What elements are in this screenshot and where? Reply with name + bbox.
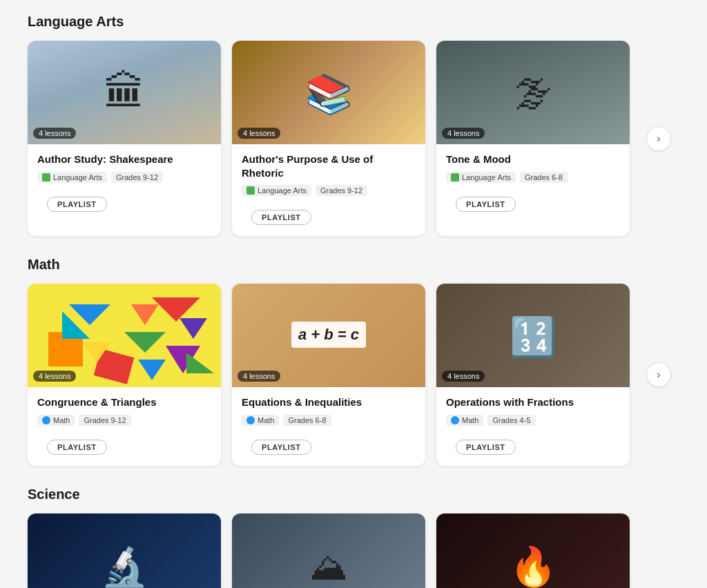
card-equations: 4 lessons Equations & Inequalities Math … [232, 284, 425, 466]
card-fractions: 4 lessons Operations with Fractions Math… [436, 284, 630, 466]
card-shakespeare: 4 lessons Author Study: Shakespeare Lang… [28, 41, 221, 236]
card-science2-image [232, 513, 425, 589]
rhetoric-lessons-badge: 4 lessons [238, 128, 280, 139]
card-triangles: 4 lessons Congruence & Triangles Math Gr… [28, 284, 221, 466]
card-equations-body: Equations & Inequalities Math Grades 6-8… [232, 387, 425, 455]
card-triangles-title: Congruence & Triangles [37, 395, 211, 409]
equations-grades-tag: Grades 6-8 [283, 415, 331, 426]
triangles-playlist-button[interactable]: PLAYLIST [47, 440, 107, 455]
equations-subject-tag: Math [242, 415, 279, 426]
card-shakespeare-title: Author Study: Shakespeare [37, 153, 211, 166]
rhetoric-playlist-button[interactable]: PLAYLIST [251, 210, 311, 225]
math-icon-2 [246, 416, 255, 424]
card-triangles-image: 4 lessons [28, 284, 221, 387]
math-icon-3 [451, 416, 459, 424]
language-arts-icon-3 [451, 173, 459, 182]
language-arts-icon [42, 173, 50, 182]
card-rhetoric-body: Author's Purpose & Use of Rhetoric Langu… [232, 144, 425, 225]
shakespeare-lessons-badge: 4 lessons [33, 128, 76, 139]
card-science3 [436, 513, 630, 589]
card-science2 [232, 513, 425, 589]
card-fractions-body: Operations with Fractions Math Grades 4-… [436, 387, 630, 455]
card-fractions-image: 4 lessons [436, 284, 630, 387]
card-rhetoric-image: 4 lessons [232, 41, 425, 144]
tone-mood-lessons-badge: 4 lessons [442, 128, 485, 139]
science-cards-row [28, 513, 679, 589]
card-equations-title: Equations & Inequalities [242, 395, 416, 409]
card-shakespeare-tags: Language Arts Grades 9-12 [37, 172, 211, 183]
fractions-subject-tag: Math [446, 415, 483, 426]
card-science3-image [436, 513, 630, 589]
language-arts-next-arrow[interactable]: › [646, 126, 671, 151]
shakespeare-playlist-button[interactable]: PLAYLIST [47, 197, 107, 212]
card-tone-mood-image: 4 lessons [436, 41, 630, 144]
card-equations-tags: Math Grades 6-8 [242, 415, 416, 426]
fractions-playlist-button[interactable]: PLAYLIST [456, 440, 516, 455]
fractions-lessons-badge: 4 lessons [442, 371, 485, 382]
equations-lessons-badge: 4 lessons [238, 371, 280, 382]
science-section: Science [28, 487, 679, 589]
rhetoric-subject-tag: Language Arts [242, 185, 311, 196]
triangles-subject-tag: Math [37, 415, 75, 426]
equations-playlist-button[interactable]: PLAYLIST [251, 440, 311, 455]
card-rhetoric-tags: Language Arts Grades 9-12 [242, 185, 416, 196]
card-rhetoric: 4 lessons Author's Purpose & Use of Rhet… [232, 41, 425, 236]
science-heading: Science [28, 487, 679, 502]
rhetoric-grades-tag: Grades 9-12 [316, 185, 367, 196]
card-triangles-tags: Math Grades 9-12 [37, 415, 211, 426]
card-tone-mood-title: Tone & Mood [446, 153, 620, 166]
tone-mood-grades-tag: Grades 6-8 [520, 172, 568, 183]
language-arts-cards-row: 4 lessons Author Study: Shakespeare Lang… [28, 41, 679, 236]
card-science1-image [28, 513, 221, 589]
card-rhetoric-title: Author's Purpose & Use of Rhetoric [242, 153, 416, 179]
tone-mood-subject-tag: Language Arts [446, 172, 516, 183]
card-tone-mood-tags: Language Arts Grades 6-8 [446, 172, 620, 183]
card-triangles-body: Congruence & Triangles Math Grades 9-12 … [28, 387, 221, 455]
shakespeare-subject-tag: Language Arts [37, 172, 107, 183]
card-fractions-title: Operations with Fractions [446, 395, 620, 409]
card-equations-image: 4 lessons [232, 284, 425, 387]
math-cards-row: 4 lessons Congruence & Triangles Math Gr… [28, 284, 679, 466]
tone-mood-playlist-button[interactable]: PLAYLIST [456, 197, 516, 212]
card-tone-mood: 4 lessons Tone & Mood Language Arts Grad… [436, 41, 630, 236]
card-tone-mood-body: Tone & Mood Language Arts Grades 6-8 PLA… [436, 144, 630, 225]
math-heading: Math [28, 257, 679, 273]
language-arts-section: Language Arts 4 lessons Author Study: Sh… [28, 14, 679, 236]
card-fractions-tags: Math Grades 4-5 [446, 415, 620, 426]
math-icon [42, 416, 50, 424]
language-arts-heading: Language Arts [28, 14, 679, 30]
card-shakespeare-image: 4 lessons [28, 41, 221, 144]
card-shakespeare-body: Author Study: Shakespeare Language Arts … [28, 144, 221, 225]
card-science1 [28, 513, 221, 589]
triangles-grades-tag: Grades 9-12 [79, 415, 130, 426]
math-section: Math [28, 257, 679, 466]
language-arts-icon-2 [246, 186, 255, 195]
fractions-grades-tag: Grades 4-5 [487, 415, 535, 426]
shakespeare-grades-tag: Grades 9-12 [111, 172, 163, 183]
triangles-lessons-badge: 4 lessons [33, 371, 76, 382]
math-next-arrow[interactable]: › [646, 362, 671, 387]
